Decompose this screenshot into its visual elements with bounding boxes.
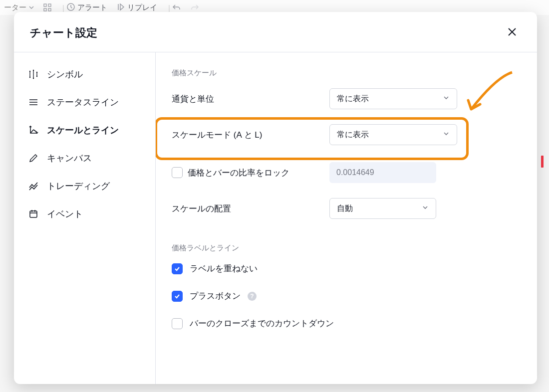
svg-rect-11	[30, 211, 37, 217]
redo-icon	[190, 3, 199, 12]
close-button[interactable]	[503, 24, 521, 42]
events-icon	[28, 208, 39, 219]
modal-body: シンボル ステータスライン スケールとライン キャンバス	[14, 52, 537, 384]
sidebar-item-scales-lines[interactable]: スケールとライン	[14, 116, 155, 144]
sidebar-item-status-line[interactable]: ステータスライン	[14, 88, 155, 116]
row-plus-button: プラスボタン ?	[172, 290, 521, 302]
svg-point-10	[36, 76, 37, 77]
svg-rect-1	[48, 4, 51, 6]
select-currency-unit[interactable]: 常に表示	[329, 88, 457, 109]
sidebar-item-label: ステータスライン	[47, 96, 119, 108]
replay-icon	[116, 2, 125, 13]
scales-lines-icon	[28, 125, 39, 136]
settings-content: 価格スケール 通貨と単位 常に表示 スケールモード (A と L)	[156, 52, 537, 384]
label-currency-unit: 通貨と単位	[172, 93, 329, 105]
select-value: 常に表示	[337, 94, 369, 104]
status-line-icon	[28, 97, 39, 108]
row-lock-ratio: 価格とバーの比率をロック 0.0014649	[172, 162, 521, 184]
trading-icon	[28, 181, 39, 192]
no-overlap-label: ラベルを重ねない	[190, 263, 258, 274]
checkbox-no-overlap-labels[interactable]	[172, 263, 183, 274]
select-value: 常に表示	[337, 130, 369, 140]
symbol-icon	[28, 69, 39, 80]
settings-sidebar: シンボル ステータスライン スケールとライン キャンバス	[14, 52, 156, 384]
separator: |	[168, 3, 170, 12]
chevron-down-icon	[422, 204, 429, 213]
input-value: 0.0014649	[336, 168, 374, 177]
modal-title: チャート設定	[30, 25, 97, 40]
sidebar-item-label: キャンバス	[47, 152, 92, 164]
countdown-label: バーのクローズまでのカウントダウン	[190, 318, 334, 329]
checkbox-plus-button[interactable]	[172, 291, 183, 302]
section-price-scales: 価格スケール	[172, 68, 521, 78]
modal-header: チャート設定	[14, 12, 537, 52]
plus-button-label: プラスボタン	[190, 290, 241, 302]
input-lock-ratio[interactable]: 0.0014649	[329, 162, 436, 183]
svg-rect-0	[44, 4, 46, 6]
chevron-down-icon	[443, 130, 450, 139]
row-currency-unit: 通貨と単位 常に表示	[172, 88, 521, 110]
sidebar-item-events[interactable]: イベント	[14, 200, 155, 228]
checkbox-lock-ratio[interactable]	[172, 167, 183, 178]
row-countdown: バーのクローズまでのカウントダウン	[172, 318, 521, 329]
alert-icon	[66, 2, 75, 13]
row-scale-mode: スケールモード (A と L) 常に表示	[172, 124, 521, 146]
row-no-overlap-labels: ラベルを重ねない	[172, 263, 521, 274]
sidebar-item-trading[interactable]: トレーディング	[14, 172, 155, 200]
checkbox-countdown[interactable]	[172, 318, 183, 329]
close-icon	[507, 26, 518, 39]
sidebar-item-label: シンボル	[47, 68, 83, 80]
svg-point-7	[33, 70, 34, 71]
select-scale-placement[interactable]: 自動	[329, 198, 436, 219]
sidebar-item-label: トレーディング	[47, 180, 110, 192]
chevron-down-icon	[443, 94, 450, 103]
svg-point-5	[29, 71, 30, 72]
grid-icon	[43, 3, 51, 11]
bg-indicator-text: ーター	[4, 3, 26, 12]
undo-icon	[172, 3, 181, 12]
svg-point-8	[33, 78, 34, 79]
section-price-labels-lines: 価格ラベルとライン	[172, 243, 521, 253]
sidebar-item-symbol[interactable]: シンボル	[14, 60, 155, 88]
bg-replay-text: リプレイ	[127, 3, 157, 12]
svg-rect-3	[48, 8, 51, 11]
price-indicator	[541, 156, 544, 168]
separator: |	[62, 3, 64, 12]
sidebar-item-label: スケールとライン	[47, 124, 119, 136]
svg-rect-2	[44, 8, 46, 11]
svg-point-9	[36, 72, 37, 73]
label-scale-placement: スケールの配置	[172, 203, 329, 214]
chart-settings-modal: チャート設定 シンボル ステータスライン	[14, 12, 537, 384]
label-scale-mode: スケールモード (A と L)	[172, 129, 329, 141]
select-scale-mode[interactable]: 常に表示	[329, 124, 457, 145]
label-lock-ratio: 価格とバーの比率をロック	[172, 167, 329, 179]
lock-ratio-label: 価格とバーの比率をロック	[188, 167, 289, 179]
svg-point-6	[29, 77, 30, 78]
canvas-icon	[28, 153, 39, 164]
sidebar-item-label: イベント	[47, 208, 83, 220]
sidebar-item-canvas[interactable]: キャンバス	[14, 144, 155, 172]
chevron-down-icon	[28, 3, 34, 12]
row-scale-placement: スケールの配置 自動	[172, 197, 521, 219]
help-icon[interactable]: ?	[248, 292, 257, 301]
bg-alert-text: アラート	[77, 3, 107, 12]
select-value: 自動	[337, 203, 353, 214]
